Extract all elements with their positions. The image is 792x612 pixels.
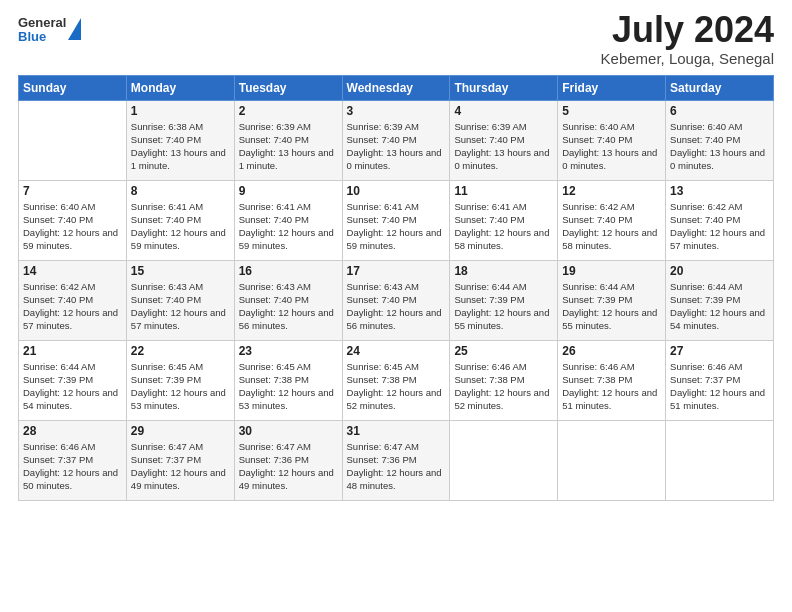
day-number: 20 xyxy=(670,264,769,278)
table-row xyxy=(450,420,558,500)
day-number: 28 xyxy=(23,424,122,438)
calendar-page: General Blue July 2024 Kebemer, Louga, S… xyxy=(0,0,792,612)
day-number: 9 xyxy=(239,184,338,198)
table-row: 12Sunrise: 6:42 AMSunset: 7:40 PMDayligh… xyxy=(558,180,666,260)
day-number: 5 xyxy=(562,104,661,118)
day-info: Sunrise: 6:44 AMSunset: 7:39 PMDaylight:… xyxy=(23,360,122,413)
table-row: 20Sunrise: 6:44 AMSunset: 7:39 PMDayligh… xyxy=(666,260,774,340)
table-row: 3Sunrise: 6:39 AMSunset: 7:40 PMDaylight… xyxy=(342,100,450,180)
table-row: 10Sunrise: 6:41 AMSunset: 7:40 PMDayligh… xyxy=(342,180,450,260)
day-info: Sunrise: 6:42 AMSunset: 7:40 PMDaylight:… xyxy=(670,200,769,253)
table-row: 1Sunrise: 6:38 AMSunset: 7:40 PMDaylight… xyxy=(126,100,234,180)
day-number: 26 xyxy=(562,344,661,358)
day-info: Sunrise: 6:45 AMSunset: 7:38 PMDaylight:… xyxy=(347,360,446,413)
month-year-title: July 2024 xyxy=(601,10,774,50)
day-number: 11 xyxy=(454,184,553,198)
table-row: 11Sunrise: 6:41 AMSunset: 7:40 PMDayligh… xyxy=(450,180,558,260)
day-info: Sunrise: 6:47 AMSunset: 7:36 PMDaylight:… xyxy=(239,440,338,493)
day-number: 13 xyxy=(670,184,769,198)
header-saturday: Saturday xyxy=(666,75,774,100)
table-row: 14Sunrise: 6:42 AMSunset: 7:40 PMDayligh… xyxy=(19,260,127,340)
day-info: Sunrise: 6:46 AMSunset: 7:37 PMDaylight:… xyxy=(670,360,769,413)
day-info: Sunrise: 6:41 AMSunset: 7:40 PMDaylight:… xyxy=(131,200,230,253)
day-info: Sunrise: 6:44 AMSunset: 7:39 PMDaylight:… xyxy=(670,280,769,333)
day-number: 8 xyxy=(131,184,230,198)
day-number: 12 xyxy=(562,184,661,198)
weekday-header-row: Sunday Monday Tuesday Wednesday Thursday… xyxy=(19,75,774,100)
day-number: 19 xyxy=(562,264,661,278)
calendar-week-row: 1Sunrise: 6:38 AMSunset: 7:40 PMDaylight… xyxy=(19,100,774,180)
title-block: July 2024 Kebemer, Louga, Senegal xyxy=(601,10,774,67)
day-info: Sunrise: 6:43 AMSunset: 7:40 PMDaylight:… xyxy=(347,280,446,333)
table-row xyxy=(19,100,127,180)
day-info: Sunrise: 6:40 AMSunset: 7:40 PMDaylight:… xyxy=(23,200,122,253)
table-row: 30Sunrise: 6:47 AMSunset: 7:36 PMDayligh… xyxy=(234,420,342,500)
day-info: Sunrise: 6:39 AMSunset: 7:40 PMDaylight:… xyxy=(454,120,553,173)
day-number: 14 xyxy=(23,264,122,278)
logo-general: General xyxy=(18,16,66,30)
table-row: 28Sunrise: 6:46 AMSunset: 7:37 PMDayligh… xyxy=(19,420,127,500)
table-row: 15Sunrise: 6:43 AMSunset: 7:40 PMDayligh… xyxy=(126,260,234,340)
calendar-week-row: 21Sunrise: 6:44 AMSunset: 7:39 PMDayligh… xyxy=(19,340,774,420)
day-number: 27 xyxy=(670,344,769,358)
day-info: Sunrise: 6:41 AMSunset: 7:40 PMDaylight:… xyxy=(454,200,553,253)
day-number: 25 xyxy=(454,344,553,358)
location-title: Kebemer, Louga, Senegal xyxy=(601,50,774,67)
logo-text: General Blue xyxy=(18,16,66,45)
day-info: Sunrise: 6:43 AMSunset: 7:40 PMDaylight:… xyxy=(131,280,230,333)
day-number: 16 xyxy=(239,264,338,278)
day-info: Sunrise: 6:41 AMSunset: 7:40 PMDaylight:… xyxy=(347,200,446,253)
table-row: 31Sunrise: 6:47 AMSunset: 7:36 PMDayligh… xyxy=(342,420,450,500)
header-friday: Friday xyxy=(558,75,666,100)
logo-blue: Blue xyxy=(18,30,66,44)
day-number: 18 xyxy=(454,264,553,278)
day-info: Sunrise: 6:47 AMSunset: 7:37 PMDaylight:… xyxy=(131,440,230,493)
table-row xyxy=(558,420,666,500)
logo-triangle-icon xyxy=(68,18,81,40)
header-sunday: Sunday xyxy=(19,75,127,100)
calendar-week-row: 7Sunrise: 6:40 AMSunset: 7:40 PMDaylight… xyxy=(19,180,774,260)
header-thursday: Thursday xyxy=(450,75,558,100)
table-row: 7Sunrise: 6:40 AMSunset: 7:40 PMDaylight… xyxy=(19,180,127,260)
day-number: 6 xyxy=(670,104,769,118)
header: General Blue July 2024 Kebemer, Louga, S… xyxy=(18,10,774,67)
calendar-table: Sunday Monday Tuesday Wednesday Thursday… xyxy=(18,75,774,501)
table-row: 29Sunrise: 6:47 AMSunset: 7:37 PMDayligh… xyxy=(126,420,234,500)
table-row: 4Sunrise: 6:39 AMSunset: 7:40 PMDaylight… xyxy=(450,100,558,180)
day-number: 23 xyxy=(239,344,338,358)
table-row: 17Sunrise: 6:43 AMSunset: 7:40 PMDayligh… xyxy=(342,260,450,340)
table-row: 8Sunrise: 6:41 AMSunset: 7:40 PMDaylight… xyxy=(126,180,234,260)
header-tuesday: Tuesday xyxy=(234,75,342,100)
table-row: 26Sunrise: 6:46 AMSunset: 7:38 PMDayligh… xyxy=(558,340,666,420)
table-row: 21Sunrise: 6:44 AMSunset: 7:39 PMDayligh… xyxy=(19,340,127,420)
day-info: Sunrise: 6:45 AMSunset: 7:38 PMDaylight:… xyxy=(239,360,338,413)
table-row: 5Sunrise: 6:40 AMSunset: 7:40 PMDaylight… xyxy=(558,100,666,180)
logo: General Blue xyxy=(18,16,81,45)
day-info: Sunrise: 6:44 AMSunset: 7:39 PMDaylight:… xyxy=(562,280,661,333)
header-monday: Monday xyxy=(126,75,234,100)
day-number: 22 xyxy=(131,344,230,358)
day-number: 21 xyxy=(23,344,122,358)
day-number: 17 xyxy=(347,264,446,278)
day-info: Sunrise: 6:46 AMSunset: 7:38 PMDaylight:… xyxy=(454,360,553,413)
day-info: Sunrise: 6:38 AMSunset: 7:40 PMDaylight:… xyxy=(131,120,230,173)
day-number: 24 xyxy=(347,344,446,358)
day-info: Sunrise: 6:40 AMSunset: 7:40 PMDaylight:… xyxy=(562,120,661,173)
day-info: Sunrise: 6:39 AMSunset: 7:40 PMDaylight:… xyxy=(239,120,338,173)
table-row: 6Sunrise: 6:40 AMSunset: 7:40 PMDaylight… xyxy=(666,100,774,180)
table-row: 2Sunrise: 6:39 AMSunset: 7:40 PMDaylight… xyxy=(234,100,342,180)
day-info: Sunrise: 6:47 AMSunset: 7:36 PMDaylight:… xyxy=(347,440,446,493)
day-number: 2 xyxy=(239,104,338,118)
day-info: Sunrise: 6:43 AMSunset: 7:40 PMDaylight:… xyxy=(239,280,338,333)
table-row: 18Sunrise: 6:44 AMSunset: 7:39 PMDayligh… xyxy=(450,260,558,340)
day-number: 3 xyxy=(347,104,446,118)
day-info: Sunrise: 6:46 AMSunset: 7:38 PMDaylight:… xyxy=(562,360,661,413)
day-number: 4 xyxy=(454,104,553,118)
day-number: 29 xyxy=(131,424,230,438)
table-row: 27Sunrise: 6:46 AMSunset: 7:37 PMDayligh… xyxy=(666,340,774,420)
table-row: 24Sunrise: 6:45 AMSunset: 7:38 PMDayligh… xyxy=(342,340,450,420)
table-row: 16Sunrise: 6:43 AMSunset: 7:40 PMDayligh… xyxy=(234,260,342,340)
day-info: Sunrise: 6:40 AMSunset: 7:40 PMDaylight:… xyxy=(670,120,769,173)
day-number: 15 xyxy=(131,264,230,278)
day-info: Sunrise: 6:44 AMSunset: 7:39 PMDaylight:… xyxy=(454,280,553,333)
